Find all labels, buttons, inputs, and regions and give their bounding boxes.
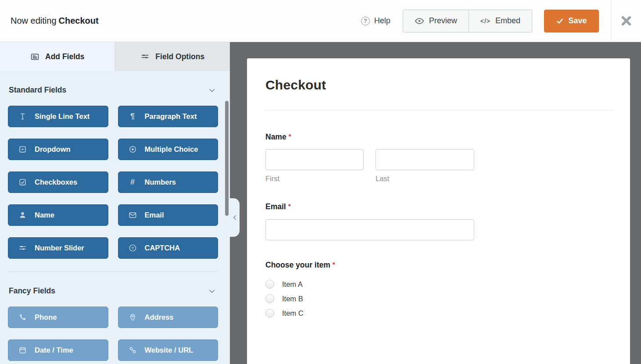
close-builder-button[interactable]: [611, 0, 641, 42]
embed-label: Embed: [495, 16, 520, 25]
field-label-email: Email*: [265, 202, 613, 211]
last-name-input[interactable]: [376, 149, 474, 170]
field-button-phone[interactable]: Phone: [8, 307, 108, 328]
field-button-label: Paragraph Text: [145, 112, 197, 121]
chevron-down-icon: [208, 287, 216, 296]
radio-button[interactable]: [265, 280, 274, 289]
standard-fields-section-header[interactable]: Standard Fields: [8, 71, 218, 97]
radio-button[interactable]: [265, 309, 274, 318]
field-button-label: Checkboxes: [35, 178, 77, 186]
fancy-fields-section-header[interactable]: Fancy Fields: [8, 272, 218, 298]
required-marker: *: [288, 202, 291, 210]
link-icon: [128, 346, 137, 355]
save-button[interactable]: Save: [544, 10, 599, 32]
tab-add-fields[interactable]: Add Fields: [0, 42, 115, 71]
sliders-icon: [18, 243, 27, 253]
add-fields-panel: Standard Fields Single Line Text ¶ Parag…: [0, 71, 230, 364]
first-name-input[interactable]: [265, 149, 364, 170]
phone-icon: [18, 313, 27, 322]
eye-icon: [415, 16, 424, 26]
tab-field-options[interactable]: Field Options: [115, 42, 230, 71]
svg-text:?: ?: [131, 246, 134, 250]
field-button-address[interactable]: Address: [118, 307, 218, 328]
field-button-label: Numbers: [145, 178, 176, 186]
field-button-label: Email: [145, 211, 164, 219]
field-button-checkboxes[interactable]: Checkboxes: [8, 171, 108, 193]
first-name-sublabel: First: [265, 175, 364, 183]
sidebar-scrollbar[interactable]: [225, 101, 229, 216]
now-editing-title: Now editingCheckout: [11, 16, 99, 26]
field-button-label: Website / URL: [145, 346, 193, 354]
preview-field-email[interactable]: Email*: [265, 202, 613, 240]
radio-icon: [128, 145, 137, 154]
required-marker: *: [333, 261, 335, 268]
add-fields-icon: [30, 52, 39, 61]
help-button[interactable]: ? Help: [361, 16, 390, 25]
field-button-paragraph-text[interactable]: ¶ Paragraph Text: [118, 106, 218, 127]
preview-embed-button-group: Preview </> Embed: [403, 10, 532, 32]
preview-field-choose-item[interactable]: Choose your item* Item A Item B Item C: [265, 261, 613, 318]
builder-header: Now editingCheckout ? Help Preview </> E…: [0, 0, 641, 42]
pilcrow-icon: ¶: [128, 112, 137, 121]
radio-option-row: Item C: [265, 309, 613, 318]
save-label: Save: [568, 16, 587, 25]
first-name-block: First: [265, 149, 364, 183]
preview-button[interactable]: Preview: [403, 10, 469, 32]
embed-button[interactable]: </> Embed: [469, 10, 532, 32]
field-button-numbers[interactable]: # Numbers: [118, 171, 218, 193]
editing-form-name: Checkout: [59, 16, 99, 25]
calendar-icon: [18, 346, 27, 355]
panel-collapse-handle[interactable]: [230, 198, 240, 237]
field-button-label: Multiple Choice: [145, 145, 198, 153]
chevron-left-icon: [232, 214, 238, 221]
field-button-name[interactable]: Name: [8, 204, 108, 226]
map-pin-icon: [128, 313, 137, 322]
field-button-date-time[interactable]: Date / Time: [8, 339, 108, 361]
field-button-label: Dropdown: [35, 145, 71, 153]
section-title: Fancy Fields: [9, 286, 55, 296]
checkbox-icon: [18, 178, 27, 187]
radio-option-row: Item A: [265, 280, 613, 289]
field-button-captcha[interactable]: ? CAPTCHA: [118, 237, 218, 259]
field-button-website-url[interactable]: Website / URL: [118, 339, 218, 361]
form-title[interactable]: Checkout: [265, 78, 613, 93]
question-circle-icon: ?: [128, 243, 137, 253]
user-icon: [18, 211, 27, 220]
field-button-label: Number Slider: [35, 244, 84, 252]
tab-add-fields-label: Add Fields: [45, 52, 84, 61]
last-name-block: Last: [376, 149, 474, 183]
envelope-icon: [128, 211, 137, 220]
field-button-multiple-choice[interactable]: Multiple Choice: [118, 139, 218, 160]
field-button-label: Single Line Text: [35, 112, 90, 121]
preview-label: Preview: [429, 16, 457, 25]
radio-option-label: Item A: [282, 280, 303, 289]
code-icon: </>: [480, 18, 491, 25]
field-label-choose-item: Choose your item*: [265, 261, 613, 270]
field-button-label: Phone: [35, 313, 57, 321]
radio-option-label: Item B: [282, 295, 303, 303]
field-button-label: Date / Time: [35, 346, 73, 354]
editing-prefix: Now editing: [11, 16, 57, 25]
field-button-label: Name: [35, 211, 54, 219]
fancy-fields-grid: Phone Address Date / Time Website / URL: [8, 307, 218, 361]
text-cursor-icon: [18, 112, 27, 121]
field-options-icon: [140, 52, 150, 61]
field-button-dropdown[interactable]: Dropdown: [8, 139, 108, 160]
section-title: Standard Fields: [9, 86, 66, 95]
fields-sidebar: Add Fields Field Options Standard Fields…: [0, 42, 230, 364]
help-label: Help: [374, 16, 390, 25]
radio-option-label: Item C: [282, 309, 304, 318]
close-icon: [620, 15, 632, 27]
preview-field-name[interactable]: Name* First Last: [265, 132, 613, 183]
email-input[interactable]: [265, 219, 474, 240]
radio-button[interactable]: [265, 294, 274, 303]
field-button-label: Address: [145, 313, 174, 321]
last-name-sublabel: Last: [376, 175, 474, 183]
standard-fields-grid: Single Line Text ¶ Paragraph Text Dropdo…: [8, 106, 218, 259]
field-button-email[interactable]: Email: [118, 204, 218, 226]
radio-option-row: Item B: [265, 294, 613, 303]
form-preview-card: Checkout Name* First Last Email*: [247, 58, 630, 364]
chevron-down-icon: [208, 86, 216, 95]
field-button-number-slider[interactable]: Number Slider: [8, 237, 108, 259]
field-button-single-line-text[interactable]: Single Line Text: [8, 106, 108, 127]
